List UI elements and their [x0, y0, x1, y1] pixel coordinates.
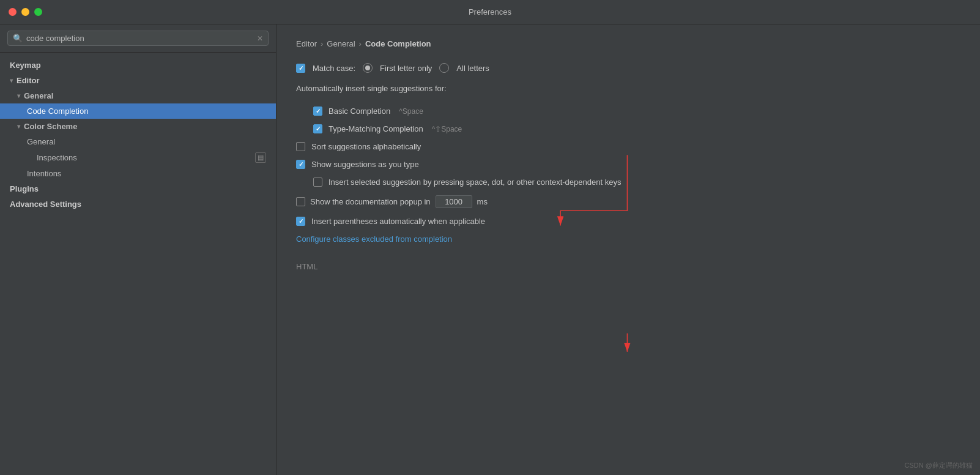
search-input[interactable] — [26, 34, 253, 43]
html-section-label: HTML — [296, 262, 960, 271]
sidebar-item-keymap[interactable]: Keymap — [0, 58, 276, 73]
search-wrapper: 🔍 ✕ — [7, 31, 269, 46]
editor-chevron: ▾ — [10, 77, 13, 84]
configure-link-row: Configure classes excluded from completi… — [296, 234, 960, 244]
sidebar: 🔍 ✕ Keymap ▾ Editor ▾ General Code C — [0, 24, 277, 475]
intentions-label: Intentions — [27, 169, 61, 178]
ms-input[interactable] — [436, 195, 472, 208]
basic-completion-label: Basic Completion — [329, 107, 390, 116]
sidebar-item-inspections[interactable]: Inspections ▤ — [0, 149, 276, 166]
breadcrumb-code-completion: Code Completion — [365, 39, 431, 48]
plugins-label: Plugins — [10, 184, 39, 193]
type-matching-checkbox[interactable] — [313, 124, 322, 133]
color-scheme-label: Color Scheme — [24, 122, 77, 131]
sidebar-item-code-completion[interactable]: Code Completion — [0, 103, 276, 119]
watermark: CSDN @薛定谔的雄猫 — [905, 461, 973, 470]
titlebar: Preferences — [0, 0, 980, 24]
insert-parentheses-checkbox[interactable] — [296, 217, 305, 226]
general-label: General — [24, 91, 53, 100]
editor-label: Editor — [17, 76, 40, 85]
type-matching-shortcut: ^⇧Space — [432, 125, 462, 133]
breadcrumb-editor: Editor — [296, 39, 317, 48]
minimize-button[interactable] — [21, 8, 29, 16]
search-bar: 🔍 ✕ — [0, 24, 276, 53]
match-case-checkbox[interactable] — [296, 64, 305, 73]
color-scheme-chevron: ▾ — [17, 123, 20, 130]
all-letters-radio[interactable] — [439, 63, 449, 73]
show-doc-popup-checkbox[interactable] — [296, 197, 305, 206]
window-title: Preferences — [469, 7, 511, 17]
maximize-button[interactable] — [34, 8, 42, 16]
sidebar-item-intentions[interactable]: Intentions — [0, 166, 276, 181]
sidebar-item-advanced-settings[interactable]: Advanced Settings — [0, 196, 276, 212]
type-matching-label: Type-Matching Completion — [329, 124, 423, 133]
ms-label: ms — [477, 197, 488, 206]
main-layout: 🔍 ✕ Keymap ▾ Editor ▾ General Code C — [0, 24, 980, 475]
sidebar-item-plugins[interactable]: Plugins — [0, 181, 276, 196]
settings-section: Match case: First letter only All letter… — [296, 63, 960, 271]
insert-selected-checkbox[interactable] — [313, 178, 322, 187]
sidebar-item-color-scheme[interactable]: ▾ Color Scheme — [0, 119, 276, 134]
all-letters-label: All letters — [456, 64, 489, 73]
nav-tree: Keymap ▾ Editor ▾ General Code Completio… — [0, 53, 276, 475]
show-as-type-label: Show suggestions as you type — [311, 160, 419, 169]
insert-selected-row: Insert selected suggestion by pressing s… — [296, 178, 960, 187]
configure-link[interactable]: Configure classes excluded from completi… — [296, 234, 452, 244]
auto-insert-label: Automatically insert single suggestions … — [296, 84, 960, 93]
basic-completion-checkbox[interactable] — [313, 107, 322, 116]
show-as-type-checkbox[interactable] — [296, 160, 305, 169]
content-area: Editor › General › Code Completion Match… — [277, 24, 980, 475]
match-case-row: Match case: First letter only All letter… — [296, 63, 960, 73]
code-completion-label: Code Completion — [27, 107, 88, 116]
clear-icon[interactable]: ✕ — [257, 34, 263, 43]
sidebar-item-general-color[interactable]: General — [0, 134, 276, 149]
insert-parentheses-label: Insert parentheses automatically when ap… — [311, 217, 485, 226]
sort-alphabetically-label: Sort suggestions alphabetically — [311, 142, 421, 151]
general-chevron: ▾ — [17, 92, 20, 99]
insert-parentheses-row: Insert parentheses automatically when ap… — [296, 217, 960, 226]
basic-completion-row: Basic Completion ^Space — [296, 107, 960, 116]
breadcrumb-sep2: › — [359, 39, 362, 48]
breadcrumb: Editor › General › Code Completion — [296, 39, 960, 48]
advanced-settings-label: Advanced Settings — [10, 200, 81, 209]
sidebar-item-editor[interactable]: ▾ Editor — [0, 73, 276, 88]
type-matching-row: Type-Matching Completion ^⇧Space — [296, 124, 960, 133]
sidebar-item-general[interactable]: ▾ General — [0, 88, 276, 103]
window-controls — [9, 8, 42, 16]
keymap-label: Keymap — [10, 61, 41, 70]
inspections-icon: ▤ — [255, 152, 266, 163]
close-button[interactable] — [9, 8, 17, 16]
search-icon: 🔍 — [13, 34, 23, 43]
show-doc-popup-row: Show the documentation popup in ms — [296, 195, 960, 208]
first-letter-radio[interactable] — [363, 63, 373, 73]
general-color-label: General — [27, 137, 55, 146]
insert-selected-label: Insert selected suggestion by pressing s… — [329, 178, 621, 187]
breadcrumb-general: General — [327, 39, 355, 48]
sort-alphabetically-row: Sort suggestions alphabetically — [296, 142, 960, 151]
breadcrumb-sep1: › — [321, 39, 323, 48]
inspections-label: Inspections — [37, 153, 77, 162]
basic-completion-shortcut: ^Space — [399, 107, 423, 116]
sort-alphabetically-checkbox[interactable] — [296, 142, 305, 151]
show-as-type-row: Show suggestions as you type — [296, 160, 960, 169]
match-case-label: Match case: — [313, 64, 355, 73]
show-doc-popup-label: Show the documentation popup in — [310, 197, 431, 206]
first-letter-label: First letter only — [380, 64, 432, 73]
